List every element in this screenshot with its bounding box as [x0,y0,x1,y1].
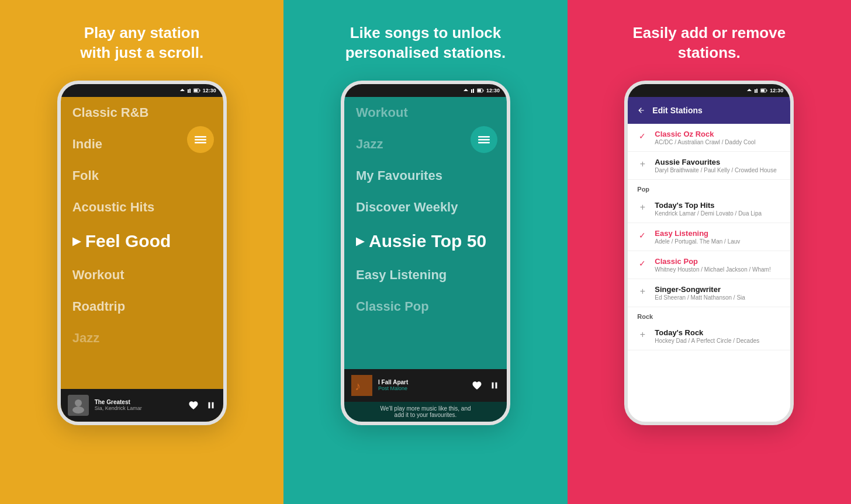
station-item[interactable]: My Favourites [344,160,507,192]
svg-rect-18 [478,142,490,144]
fab-menu-2[interactable] [471,126,497,153]
back-icon[interactable] [637,106,645,114]
svg-rect-25 [767,89,767,91]
phone-3-time: 12:30 [770,88,783,93]
check-icon-1: ✓ [637,131,648,141]
edit-item-name-2: Aussie Favourites [655,158,776,166]
check-icon-2: ✓ [637,230,648,241]
check-icon-3: ✓ [637,258,648,269]
edit-item-name-3: Today's Top Hits [655,201,762,210]
edit-item-singer-songwriter[interactable]: + Singer-Songwriter Ed Sheeran / Matt Na… [628,279,790,307]
station-item[interactable]: Discover Weekly [344,192,507,223]
station-item[interactable]: Folk [61,160,223,192]
phone-3-statusbar: 12:30 [628,84,790,97]
edit-item-info-1: Classic Oz Rock AC/DC / Australian Crawl… [655,130,755,145]
phone-3: 12:30 Edit Stations ✓ Classic Oz Rock AC… [624,81,794,425]
phone-2-time: 12:30 [486,88,500,93]
station-item[interactable]: Jazz [61,322,223,354]
edit-header-title: Edit Stations [652,106,703,115]
svg-rect-24 [761,89,764,92]
np-title-1: The Greatest [95,399,182,405]
phone-2-content: Workout Jazz My Favourites Discover Week… [344,97,507,422]
active-arrow-2: ▶ [356,235,364,248]
edit-item-info-2: Aussie Favourites Daryl Braithwaite / Pa… [655,158,776,173]
plus-icon-4: + [637,329,648,340]
svg-rect-12 [473,89,474,93]
station-item[interactable]: Roadtrip [61,291,223,322]
svg-text:♪: ♪ [355,380,361,392]
svg-rect-6 [195,139,206,141]
edit-item-artists-7: Hockey Dad / A Perfect Circle / Decades [655,338,759,344]
svg-rect-17 [478,139,490,141]
status-icons-2 [463,88,484,93]
svg-rect-4 [199,89,200,91]
station-item[interactable]: Acoustic Hits [61,192,223,223]
np-controls-1 [188,400,216,411]
svg-rect-22 [756,89,757,93]
svg-rect-1 [189,89,191,93]
edit-list: ✓ Classic Oz Rock AC/DC / Australian Cra… [628,124,790,422]
station-item[interactable]: Workout [61,259,223,291]
svg-rect-14 [478,89,481,92]
edit-item-name-4: Easy Listening [655,229,740,238]
phone-1: 12:30 Classic R&B Indie Folk Acoustic Hi… [57,81,227,425]
panel-1-title: Play any station with just a scroll. [80,23,203,63]
svg-point-9 [75,399,82,406]
toast-message: We'll play more music like this, and add… [344,402,507,422]
panel-2-title: Like songs to unlock personalised statio… [345,23,506,63]
edit-item-classic-oz-rock[interactable]: ✓ Classic Oz Rock AC/DC / Australian Cra… [628,124,790,152]
np-banner-title-2: I Fall Apart [378,379,466,385]
station-item-active[interactable]: ▶Aussie Top 50 [344,223,507,259]
edit-item-info-7: Today's Rock Hockey Dad / A Perfect Circ… [655,328,759,344]
plus-icon-3: + [637,286,648,297]
phone-1-content: Classic R&B Indie Folk Acoustic Hits ▶Fe… [61,97,223,422]
phone-2-statusbar: 12:30 [344,84,507,97]
edit-item-name-6: Singer-Songwriter [655,285,745,294]
edit-item-artists-4: Adele / Portugal. The Man / Lauv [655,238,740,245]
edit-item-info-3: Today's Top Hits Kendrick Lamar / Demi L… [655,201,762,217]
svg-rect-5 [195,136,206,138]
edit-item-aussie-faves[interactable]: + Aussie Favourites Daryl Braithwaite / … [628,152,790,180]
panel-scroll: Play any station with just a scroll. 12:… [0,0,283,504]
phone-2: 12:30 Workout Jazz My Favourites Discove… [341,81,510,425]
phone-1-time: 12:30 [203,88,216,93]
active-arrow: ▶ [72,235,81,248]
np-info-1: The Greatest Sia, Kendrick Lamar [95,399,182,411]
edit-item-classic-pop[interactable]: ✓ Classic Pop Whitney Houston / Michael … [628,251,790,279]
np-banner-2: ♪ I Fall Apart Post Malone [344,369,507,402]
svg-rect-3 [194,89,198,92]
edit-item-info-6: Singer-Songwriter Ed Sheeran / Matt Nath… [655,285,745,301]
edit-item-artists-5: Whitney Houston / Michael Jackson / Wham… [655,266,770,273]
station-item[interactable]: Workout [344,97,507,128]
svg-rect-7 [195,142,206,144]
plus-icon-2: + [637,202,648,213]
np-banner-thumb-2: ♪ [351,375,372,396]
svg-rect-0 [188,89,189,93]
station-item[interactable]: Easy Listening [344,259,507,291]
panel-edit: Easily add or remove stations. 12:30 Edi… [568,0,851,504]
station-item-active[interactable]: ▶Feel Good [61,223,223,259]
plus-icon-1: + [637,159,648,169]
edit-item-artists-3: Kendrick Lamar / Demi Lovato / Dua Lipa [655,210,762,217]
station-item[interactable]: Classic Pop [344,291,507,322]
np-thumb-1 [68,395,89,416]
section-label-pop: Pop [628,180,790,195]
edit-item-name-7: Today's Rock [655,328,759,337]
np-artist-1: Sia, Kendrick Lamar [95,405,182,411]
svg-rect-15 [483,89,483,91]
fab-menu-1[interactable] [187,126,214,153]
edit-item-easy-listening[interactable]: ✓ Easy Listening Adele / Portugal. The M… [628,223,790,251]
status-icons-1 [179,88,200,93]
svg-rect-11 [471,89,472,93]
edit-item-name-5: Classic Pop [655,257,770,266]
np-banner-artist-2: Post Malone [378,385,466,391]
station-item[interactable]: Classic R&B [61,97,223,128]
now-playing-bar-1: The Greatest Sia, Kendrick Lamar [61,389,223,422]
svg-point-10 [72,406,84,413]
edit-item-todays-rock[interactable]: + Today's Rock Hockey Dad / A Perfect Ci… [628,322,790,350]
edit-item-top-hits[interactable]: + Today's Top Hits Kendrick Lamar / Demi… [628,195,790,223]
edit-item-info-5: Classic Pop Whitney Houston / Michael Ja… [655,257,770,273]
panel-like: Like songs to unlock personalised statio… [283,0,567,504]
np-banner-info-2: I Fall Apart Post Malone [378,379,466,391]
section-label-rock: Rock [628,307,790,322]
